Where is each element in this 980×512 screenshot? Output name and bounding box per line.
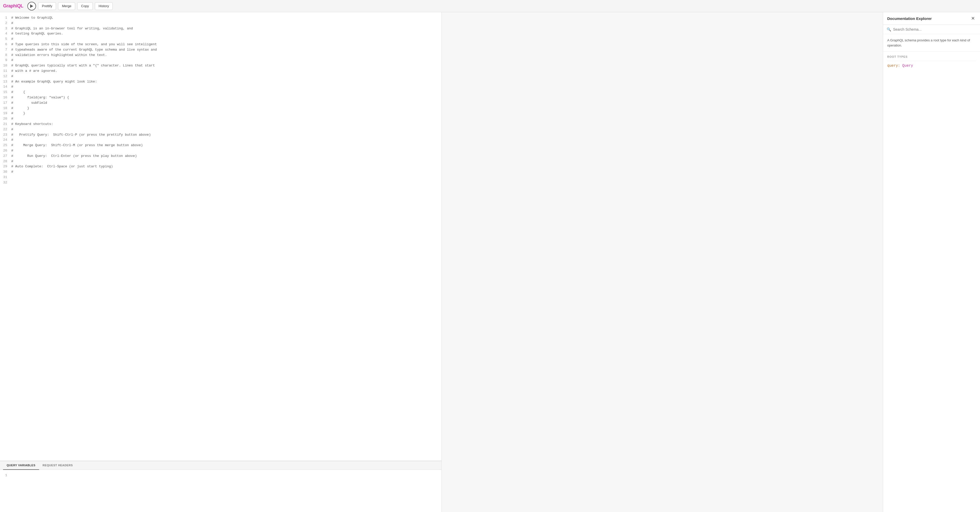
query-editor[interactable]: 1234567891011121314151617181920212223242… bbox=[0, 12, 441, 461]
line-number: 10 bbox=[2, 63, 7, 68]
line-number: 21 bbox=[2, 122, 7, 127]
tab-query-variables[interactable]: QUERY VARIABLES bbox=[3, 461, 39, 470]
doc-header: Documentation Explorer ✕ bbox=[883, 12, 980, 25]
line-number: 30 bbox=[2, 169, 7, 175]
main-layout: 1234567891011121314151617181920212223242… bbox=[0, 12, 980, 512]
run-button[interactable] bbox=[27, 2, 36, 11]
code-content[interactable]: # Welcome to GraphiQL # # GraphiQL is an… bbox=[9, 12, 441, 461]
line-number: 5 bbox=[2, 37, 7, 42]
line-number: 25 bbox=[2, 143, 7, 148]
doc-search-input[interactable] bbox=[893, 27, 977, 32]
line-numbers: 1234567891011121314151617181920212223242… bbox=[0, 12, 9, 461]
line-number: 11 bbox=[2, 68, 7, 74]
root-types-divider bbox=[887, 61, 976, 61]
root-types-label: ROOT TYPES bbox=[887, 55, 976, 58]
line-number: 1 bbox=[2, 15, 7, 21]
line-number: 13 bbox=[2, 79, 7, 84]
line-number: 26 bbox=[2, 148, 7, 154]
line-number: 19 bbox=[2, 111, 7, 116]
merge-button[interactable]: Merge bbox=[58, 2, 75, 10]
doc-explorer: Documentation Explorer ✕ 🔍 A GraphQL sch… bbox=[883, 12, 980, 512]
line-number: 20 bbox=[2, 116, 7, 122]
prettify-button[interactable]: Prettify bbox=[38, 2, 56, 10]
line-number: 18 bbox=[2, 106, 7, 111]
line-number: 16 bbox=[2, 95, 7, 100]
bottom-editor[interactable]: 1 bbox=[0, 470, 441, 512]
line-number: 22 bbox=[2, 127, 7, 132]
doc-search-bar: 🔍 bbox=[883, 25, 980, 34]
line-number: 12 bbox=[2, 74, 7, 79]
line-number: 15 bbox=[2, 90, 7, 95]
query-type-link[interactable]: Query bbox=[902, 64, 913, 68]
query-type-line: query: Query bbox=[887, 64, 976, 68]
doc-description: A GraphQL schema provides a root type fo… bbox=[883, 34, 980, 52]
line-number: 9 bbox=[2, 58, 7, 63]
line-number: 17 bbox=[2, 100, 7, 106]
svg-marker-0 bbox=[30, 4, 33, 8]
bottom-tab-bar: QUERY VARIABLES REQUEST HEADERS bbox=[0, 461, 441, 470]
line-number: 7 bbox=[2, 47, 7, 52]
bottom-tabs: QUERY VARIABLES REQUEST HEADERS 1 bbox=[0, 461, 441, 512]
line-number: 4 bbox=[2, 31, 7, 37]
bottom-line-numbers: 1 bbox=[0, 470, 9, 512]
root-types-section: ROOT TYPES query: Query bbox=[883, 52, 980, 71]
line-number: 29 bbox=[2, 164, 7, 169]
line-number: 6 bbox=[2, 42, 7, 47]
copy-button[interactable]: Copy bbox=[77, 2, 92, 10]
line-number: 31 bbox=[2, 175, 7, 180]
line-number: 8 bbox=[2, 52, 7, 58]
doc-explorer-title: Documentation Explorer bbox=[887, 16, 932, 21]
line-number: 2 bbox=[2, 21, 7, 26]
history-button[interactable]: History bbox=[95, 2, 113, 10]
toolbar: GraphiQL Prettify Merge Copy History bbox=[0, 0, 980, 12]
tab-request-headers[interactable]: REQUEST HEADERS bbox=[39, 461, 76, 470]
result-pane bbox=[442, 12, 883, 512]
line-number: 28 bbox=[2, 159, 7, 164]
app-title: GraphiQL bbox=[3, 3, 23, 9]
editor-area: 1234567891011121314151617181920212223242… bbox=[0, 12, 442, 512]
doc-close-button[interactable]: ✕ bbox=[970, 15, 976, 21]
line-number: 3 bbox=[2, 26, 7, 32]
line-number: 32 bbox=[2, 180, 7, 186]
line-number: 27 bbox=[2, 154, 7, 159]
search-icon: 🔍 bbox=[887, 27, 891, 32]
query-keyword: query: bbox=[887, 64, 900, 68]
line-number: 14 bbox=[2, 84, 7, 90]
line-number: 23 bbox=[2, 132, 7, 138]
line-number: 24 bbox=[2, 137, 7, 143]
